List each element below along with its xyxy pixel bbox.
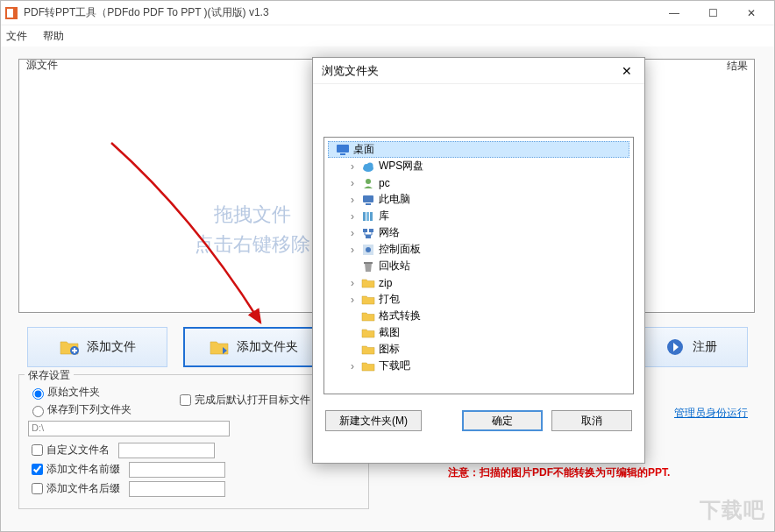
suffix-input[interactable] <box>129 481 225 497</box>
dialog-titlebar: 浏览文件夹 ✕ <box>313 58 644 84</box>
add-suffix-row[interactable]: 添加文件名后缀 <box>28 480 359 497</box>
add-prefix-checkbox[interactable] <box>32 464 43 475</box>
user-icon <box>361 176 375 190</box>
tree-node-label: 库 <box>379 209 389 223</box>
dialog-button-row: 新建文件夹(M) 确定 取消 <box>313 403 644 438</box>
tree-node[interactable]: ›库 <box>344 208 629 224</box>
maximize-button[interactable]: ☐ <box>693 2 732 25</box>
tree-node[interactable]: ›pc <box>344 174 629 191</box>
dialog-title: 浏览文件夹 <box>322 63 379 79</box>
new-folder-button[interactable]: 新建文件夹(M) <box>325 410 422 431</box>
main-window: PDF转PPT工具（PDFdo PDF To PPT )(试用版) v1.3 ―… <box>0 0 775 532</box>
tree-node-label: 网络 <box>379 225 400 240</box>
svg-rect-6 <box>337 145 349 153</box>
expand-icon[interactable] <box>347 344 358 356</box>
cloud-icon <box>361 160 375 174</box>
app-icon <box>4 6 18 20</box>
close-button[interactable]: ✕ <box>732 2 771 25</box>
tree-root: 桌面 ›WPS网盘›pc›此电脑›库›网络›控制面板 回收站›zip›打包 格式… <box>324 138 633 378</box>
svg-rect-12 <box>363 195 373 202</box>
site-watermark: 下载吧 <box>700 496 765 524</box>
dialog-close-button[interactable]: ✕ <box>618 62 636 80</box>
cpl-icon <box>361 243 375 257</box>
folder-icon <box>361 309 375 323</box>
tree-children: ›WPS网盘›pc›此电脑›库›网络›控制面板 回收站›zip›打包 格式转换 … <box>328 158 629 374</box>
register-button[interactable]: 注册 <box>634 327 748 367</box>
tree-node[interactable]: 回收站 <box>344 258 629 274</box>
register-label: 注册 <box>693 339 717 355</box>
tree-node-label: 截图 <box>379 325 400 340</box>
expand-icon[interactable] <box>347 260 358 273</box>
svg-rect-7 <box>340 153 345 155</box>
add-prefix-row[interactable]: 添加文件名前缀 <box>28 461 359 478</box>
tree-node[interactable]: 截图 <box>344 324 629 341</box>
tree-node[interactable]: ›打包 <box>344 291 629 308</box>
expand-icon[interactable]: › <box>347 160 358 173</box>
tree-node-label: 回收站 <box>379 259 410 273</box>
tree-node-label: zip <box>379 277 392 289</box>
annotation-arrow <box>98 138 291 340</box>
expand-icon[interactable]: › <box>347 177 358 189</box>
svg-point-11 <box>366 179 371 184</box>
svg-rect-18 <box>369 229 373 232</box>
tree-node[interactable]: ›网络 <box>344 224 629 241</box>
add-folder-icon <box>209 337 230 358</box>
save-path-input[interactable]: D:\ <box>28 421 230 436</box>
add-folder-button[interactable]: 添加文件夹 <box>183 327 324 367</box>
add-files-label: 添加文件 <box>87 339 136 355</box>
expand-icon[interactable] <box>347 327 358 339</box>
expand-icon[interactable]: › <box>347 360 358 372</box>
folder-tree[interactable]: 桌面 ›WPS网盘›pc›此电脑›库›网络›控制面板 回收站›zip›打包 格式… <box>324 137 634 394</box>
menu-file[interactable]: 文件 <box>6 29 27 44</box>
custom-name-checkbox[interactable] <box>32 444 43 456</box>
add-files-button[interactable]: 添加文件 <box>27 327 167 367</box>
tree-node[interactable]: ›zip <box>344 274 629 291</box>
tree-node[interactable]: ›此电脑 <box>344 191 629 208</box>
svg-rect-17 <box>363 229 367 232</box>
results-label: 结果 <box>727 59 748 74</box>
minimize-button[interactable]: ― <box>655 2 693 25</box>
expand-icon[interactable]: › <box>347 227 358 239</box>
orig-folder-radio[interactable] <box>32 388 44 400</box>
folder-icon <box>361 326 375 340</box>
custom-name-input[interactable] <box>118 443 215 458</box>
menu-help[interactable]: 帮助 <box>43 29 64 44</box>
custom-name-row[interactable]: 自定义文件名 <box>28 442 359 458</box>
folder-icon <box>361 343 375 357</box>
run-as-admin-link[interactable]: 管理员身份运行 <box>674 406 748 421</box>
folder-icon <box>361 276 375 290</box>
expand-icon[interactable]: › <box>347 194 358 206</box>
tree-node-desktop[interactable]: 桌面 <box>328 141 629 158</box>
titlebar: PDF转PPT工具（PDFdo PDF To PPT )(试用版) v1.3 ―… <box>1 1 774 25</box>
tree-node-label: WPS网盘 <box>379 159 423 174</box>
tree-node-label: 此电脑 <box>379 192 410 207</box>
cancel-button[interactable]: 取消 <box>551 410 632 431</box>
tree-node[interactable]: 图标 <box>344 341 629 358</box>
folder-icon <box>361 359 375 373</box>
folder-icon <box>361 293 375 307</box>
ok-button[interactable]: 确定 <box>462 410 543 431</box>
to-folder-radio[interactable] <box>32 406 44 417</box>
expand-icon[interactable]: › <box>347 210 358 223</box>
svg-point-21 <box>366 247 371 252</box>
prefix-input[interactable] <box>129 462 225 478</box>
to-folder-radio-row[interactable]: 保存到下列文件夹 <box>28 402 359 417</box>
expand-icon[interactable] <box>347 310 358 323</box>
tree-node[interactable]: ›控制面板 <box>344 241 629 258</box>
bin-icon <box>361 259 375 273</box>
svg-rect-13 <box>366 203 371 205</box>
orig-folder-radio-row[interactable]: 原始文件夹 <box>28 385 359 400</box>
drop-hint: 拖拽文件 点击右键移除 <box>195 200 310 259</box>
expand-icon[interactable]: › <box>347 277 358 289</box>
expand-icon[interactable]: › <box>347 294 358 306</box>
tree-node[interactable]: 格式转换 <box>344 308 629 324</box>
tree-node[interactable]: ›WPS网盘 <box>344 158 629 174</box>
add-suffix-checkbox[interactable] <box>32 483 43 494</box>
tree-node-label: 控制面板 <box>379 242 421 257</box>
svg-rect-1 <box>7 9 13 18</box>
lib-icon <box>361 209 375 223</box>
expand-icon[interactable]: › <box>347 244 358 256</box>
source-files-label: 源文件 <box>25 58 60 73</box>
tree-node-label: 图标 <box>379 342 400 357</box>
tree-node[interactable]: ›下载吧 <box>344 358 629 374</box>
